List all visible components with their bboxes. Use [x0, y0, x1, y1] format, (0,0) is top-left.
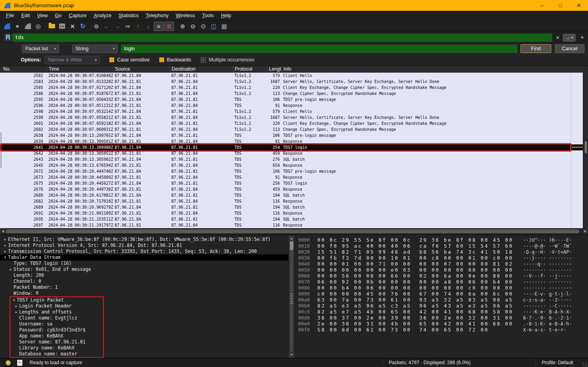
menu-telephony[interactable]: Telephony	[142, 12, 172, 20]
capture-options-button[interactable]: ◎	[33, 22, 43, 31]
start-capture-button[interactable]	[2, 22, 12, 31]
scroll-down-arrow-icon[interactable]: ▼	[289, 352, 295, 357]
expand-arrow-icon[interactable]: ▶	[2, 243, 8, 249]
multiple-occurrences-checkbox[interactable]: ✓ Multiple occurrences	[201, 57, 255, 63]
column-header-time[interactable]: Time	[47, 66, 113, 72]
colorize-button[interactable]: ≣	[164, 22, 174, 31]
expand-arrow-icon[interactable]: ▶	[2, 237, 8, 243]
zoom-in-button[interactable]: ⊕	[178, 22, 188, 31]
close-file-button[interactable]: ✕	[67, 22, 77, 31]
case-sensitive-checkbox[interactable]: Case sensitive	[109, 57, 149, 63]
scroll-up-arrow-icon[interactable]: ▲	[289, 236, 295, 241]
expand-arrow-icon[interactable]: ▶	[14, 303, 19, 309]
packet-row[interactable]: 26012024-04-28 00:30:07.059218Z87.96.21.…	[0, 120, 583, 126]
packet-row[interactable]: 26912024-04-28 00:30:21.001189Z87.96.21.…	[0, 210, 583, 216]
packet-row[interactable]: 26822024-04-28 00:30:20.717010Z87.96.21.…	[0, 198, 583, 204]
hex-row[interactable]: 004000 00 01 00 00 71 00 00 00 00 07 00 …	[295, 261, 588, 267]
column-header-no[interactable]: No.	[0, 66, 47, 72]
menu-help[interactable]: Help	[217, 12, 235, 20]
menu-analyze[interactable]: Analyze	[90, 12, 115, 20]
tree-row[interactable]: ▼TDS7 Login Packet	[10, 297, 103, 303]
packet-row[interactable]: 25862024-04-28 00:30:07.018767Z87.96.21.…	[0, 91, 583, 97]
expert-info-icon[interactable]	[6, 360, 11, 365]
packet-row[interactable]: 26952024-04-28 00:30:21.253511Z87.96.21.…	[0, 216, 583, 222]
packet-row[interactable]: 25992024-04-28 00:30:07.055821Z87.96.21.…	[0, 114, 583, 120]
tree-row[interactable]: Database name: master	[10, 351, 103, 357]
menu-view[interactable]: View	[34, 12, 51, 20]
go-back-button[interactable]: ←	[102, 22, 112, 31]
tree-row[interactable]: Library name: KeBAhX	[10, 345, 103, 351]
add-filter-button[interactable]: +	[580, 34, 584, 41]
menu-tools[interactable]: Tools	[198, 12, 217, 20]
menu-statistics[interactable]: Statistics	[115, 12, 142, 20]
tree-row[interactable]: ▶Ethernet II, Src: VMware_36:be:8f (00:0…	[0, 237, 288, 243]
packet-row[interactable]: 26972024-04-28 00:30:21.291797Z87.96.21.…	[0, 222, 583, 228]
close-button[interactable]: ✕	[570, 0, 588, 11]
packet-row[interactable]: 26422024-04-28 00:30:13.305052Z87.96.21.…	[0, 150, 583, 156]
save-file-button[interactable]: 010	[57, 22, 67, 31]
go-last-button[interactable]: ↓	[143, 22, 153, 31]
packet-row[interactable]: 25832024-04-28 00:30:07.013328Z87.96.21.…	[0, 79, 583, 85]
horizontal-scrollbar[interactable]: ◀ ▶	[0, 228, 588, 234]
details-scrollbar[interactable]: ▲ ▼	[288, 235, 295, 358]
go-to-packet-button[interactable]: ⇒	[123, 22, 133, 31]
packet-row[interactable]: 26762024-04-28 00:30:20.449738Z87.96.21.…	[0, 186, 583, 192]
hex-row[interactable]: 00a063 00 7a 00 73 00 61 00 93 a5 32 a5 …	[295, 297, 588, 303]
hex-row[interactable]: 00c082 a5 e7 a5 4b 00 65 00 42 00 41 00 …	[295, 309, 588, 315]
scrollbar-handle[interactable]	[6, 229, 579, 233]
hex-row[interactable]: 006000 00 56 00 08 00 66 00 02 00 6a 00 …	[295, 273, 588, 279]
tree-row[interactable]: Window: 0	[0, 290, 288, 296]
hex-row[interactable]: 007006 00 92 00 0b 00 00 00 00 00 a8 00 …	[295, 279, 588, 285]
restart-capture-button[interactable]	[23, 22, 33, 31]
packet-row[interactable]: 25962024-04-28 00:30:07.051131Z87.96.21.…	[0, 103, 583, 109]
packet-row[interactable]: 26802024-04-28 00:30:20.617081Z87.96.21.…	[0, 192, 583, 198]
minimize-button[interactable]: –	[533, 0, 551, 11]
packet-row[interactable]: 26452024-04-28 00:30:13.676594Z87.96.21.…	[0, 162, 583, 168]
column-header-length[interactable]: Lengt	[267, 66, 282, 72]
packet-row[interactable]: 26392024-04-28 00:30:13.300501Z87.96.21.…	[0, 138, 583, 144]
tree-row[interactable]: ▼Tabular Data Stream	[0, 255, 288, 260]
search-input[interactable]: login	[121, 45, 517, 53]
packet-row[interactable]: 26022024-04-28 00:30:07.060931Z87.96.21.…	[0, 126, 583, 132]
packet-row[interactable]: 25822024-04-28 00:30:07.010848Z87.96.21.…	[0, 73, 583, 79]
tree-row[interactable]: Password: cyb3rd3f3nd3r$	[10, 327, 103, 333]
scrollbar-handle[interactable]	[290, 241, 293, 250]
tree-row[interactable]: Username: sa	[10, 321, 103, 327]
go-forward-button[interactable]: →	[112, 22, 122, 31]
stop-capture-button[interactable]: ■	[12, 22, 22, 31]
column-header-destination[interactable]: Destination	[170, 66, 233, 72]
menu-file[interactable]: File	[2, 12, 18, 20]
tree-row[interactable]: Length: 200	[0, 272, 288, 278]
tree-row[interactable]: ▶Internet Protocol Version 4, Src: 87.96…	[0, 243, 288, 249]
packet-row[interactable]: 25982024-04-28 00:30:07.053214Z87.96.21.…	[0, 109, 583, 114]
hex-row[interactable]: 00f058 00 6d 00 61 00 73 00 74 00 65 00 …	[295, 327, 588, 333]
hex-row[interactable]: 003000 fb f3 7d 00 00 10 01 00 c8 00 00 …	[295, 255, 588, 261]
menu-go[interactable]: Go	[51, 12, 65, 20]
packet-row[interactable]: 26722024-04-28 00:30:20.444740Z87.96.21.…	[0, 168, 583, 174]
hex-row[interactable]: 00b082 a5 e3 a5 96 a5 c3 a5 96 a5 43 a5 …	[295, 303, 588, 309]
apply-filter-button[interactable]: → ▾	[563, 34, 576, 41]
menu-capture[interactable]: Capture	[65, 12, 90, 20]
chevron-down-icon[interactable]: ▾	[571, 36, 573, 39]
filter-bookmark-button[interactable]	[3, 34, 12, 42]
tree-row[interactable]: ▶Status: 0x01, End of message	[0, 266, 288, 272]
zoom-out-button[interactable]: ⊖	[188, 22, 198, 31]
tree-row[interactable]: Server name: 87.96.21.81	[10, 339, 103, 345]
tree-row[interactable]: Packet Number: 1	[0, 284, 288, 290]
go-first-button[interactable]: ↑	[133, 22, 143, 31]
packet-row[interactable]: 26752024-04-28 00:30:20.445627Z87.96.21.…	[0, 180, 583, 186]
packet-row[interactable]: 26732024-04-28 00:30:20.445089Z87.96.21.…	[0, 174, 583, 180]
open-file-button[interactable]	[47, 22, 57, 31]
tree-row[interactable]: Type: TDS7 login (16)	[0, 260, 288, 266]
zoom-original-button[interactable]: ⊙	[198, 22, 208, 31]
scrollbar-handle[interactable]	[585, 141, 587, 153]
expand-arrow-icon[interactable]: ▶	[8, 266, 14, 272]
tree-row[interactable]: ▶Login Packet Header	[10, 303, 103, 309]
menu-wireless[interactable]: Wireless	[172, 12, 198, 20]
packet-list-scrollbar[interactable]	[583, 66, 588, 228]
hex-row[interactable]: 001000 f0 95 ac 40 00 40 06 ca f6 57 60 …	[295, 243, 588, 249]
cancel-button[interactable]: Cancel	[555, 44, 584, 53]
hex-row[interactable]: 000000 0c 29 55 5e 8f 00 0c 29 36 be 8f …	[295, 237, 588, 243]
scroll-left-arrow-icon[interactable]: ◀	[0, 229, 6, 234]
tree-row[interactable]: ▶Transmission Control Protocol, Src Port…	[0, 249, 288, 255]
